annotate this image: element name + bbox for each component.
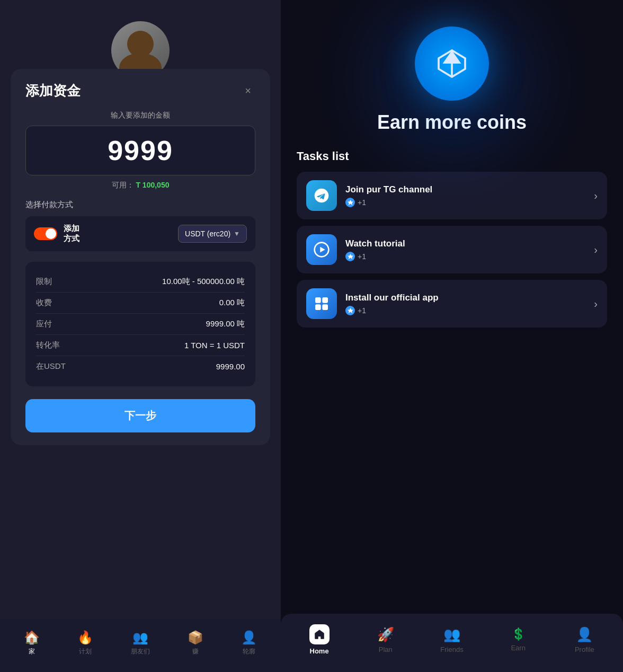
task-info-app: Install our official app +1 xyxy=(345,293,585,315)
task-reward-telegram: +1 xyxy=(345,198,585,207)
nav-label-earn-right: Earn xyxy=(511,644,525,652)
nav-item-earn[interactable]: 📦 赚 xyxy=(188,630,203,656)
earn-icon-right: 💲 xyxy=(511,627,526,641)
chevron-right-icon-app: › xyxy=(594,298,598,310)
info-row-fee: 收费 0.00 吨 xyxy=(36,293,245,314)
nav-label-earn: 赚 xyxy=(192,647,199,656)
svg-marker-8 xyxy=(348,308,353,313)
svg-rect-7 xyxy=(322,304,328,310)
close-button[interactable]: × xyxy=(241,84,255,99)
info-row-usdt: 在USDT 9999.00 xyxy=(36,356,245,377)
task-name-telegram: Join pur TG channel xyxy=(345,184,585,195)
available-label: 可用： xyxy=(112,181,134,189)
task-name-app: Install our official app xyxy=(345,293,585,303)
nav-label-plan-right: Plan xyxy=(379,646,393,653)
info-key-usdt: 在USDT xyxy=(36,361,66,372)
task-info-telegram: Join pur TG channel +1 xyxy=(345,184,585,207)
home-icon: 🏠 xyxy=(24,630,40,645)
info-val-rate: 1 TON = 1 USDT xyxy=(184,341,245,350)
info-key-fee: 收费 xyxy=(36,298,52,308)
reward-text-app: +1 xyxy=(358,306,366,315)
chevron-right-icon-telegram: › xyxy=(594,190,598,202)
app-task-icon xyxy=(306,288,337,319)
svg-marker-3 xyxy=(348,254,353,259)
profile-icon-right: 👤 xyxy=(576,626,593,643)
reward-icon-app xyxy=(345,306,355,315)
ton-logo xyxy=(415,26,489,101)
payment-method-label: 添加方式 xyxy=(64,224,172,244)
amount-input-field[interactable]: 9999 xyxy=(25,126,255,175)
right-panel: Earn more coins Tasks list Join pur TG c… xyxy=(281,0,623,672)
modal-title: 添加资金 xyxy=(25,82,81,100)
nav-label-home-right: Home xyxy=(310,647,329,655)
friends-icon-right: 👥 xyxy=(443,626,460,643)
currency-dropdown-value: USDT (erc20) xyxy=(185,229,230,238)
nav-item-profile-right[interactable]: 👤 Profile xyxy=(566,626,603,653)
earn-logo-area xyxy=(281,0,623,111)
amount-input-label: 输入要添加的金额 xyxy=(25,111,255,120)
info-key-limit: 限制 xyxy=(36,277,52,287)
nav-item-home-right[interactable]: Home xyxy=(301,624,338,655)
nav-label-home: 家 xyxy=(29,647,35,656)
task-reward-watch: +1 xyxy=(345,252,585,261)
info-val-limit: 10.00吨 - 500000.00 吨 xyxy=(162,277,245,287)
payment-toggle[interactable] xyxy=(34,227,57,240)
home-nav-icon xyxy=(309,624,330,644)
reward-text-telegram: +1 xyxy=(358,198,366,207)
available-text: 可用： T 100,050 xyxy=(25,181,255,190)
chevron-down-icon: ▼ xyxy=(234,230,240,237)
tasks-label: Tasks list xyxy=(297,149,607,163)
info-key-due: 应付 xyxy=(36,319,52,329)
nav-item-plan[interactable]: 🔥 计划 xyxy=(77,630,93,656)
svg-rect-5 xyxy=(322,297,328,303)
modal-header: 添加资金 × xyxy=(25,82,255,100)
fire-icon: 🔥 xyxy=(77,630,93,645)
payment-row: 添加方式 USDT (erc20) ▼ xyxy=(25,216,255,251)
available-amount: T 100,050 xyxy=(136,181,169,189)
info-box: 限制 10.00吨 - 500000.00 吨 收费 0.00 吨 应付 999… xyxy=(25,262,255,386)
svg-rect-6 xyxy=(315,304,321,310)
info-val-due: 9999.00 吨 xyxy=(206,319,245,329)
nav-label-plan: 计划 xyxy=(79,647,92,656)
nav-item-profile[interactable]: 👤 轮廓 xyxy=(241,630,257,656)
info-row-due: 应付 9999.00 吨 xyxy=(36,314,245,335)
info-val-usdt: 9999.00 xyxy=(216,362,245,371)
task-item-app[interactable]: Install our official app +1 › xyxy=(297,280,607,328)
amount-value: 9999 xyxy=(108,135,173,166)
reward-text-watch: +1 xyxy=(358,252,366,261)
add-funds-modal: 添加资金 × 输入要添加的金额 9999 可用： T 100,050 选择付款方… xyxy=(11,69,270,445)
nav-label-profile-right: Profile xyxy=(575,646,594,653)
nav-item-friends[interactable]: 👥 朋友们 xyxy=(131,630,150,656)
nav-label-friends-right: Friends xyxy=(440,646,463,653)
task-name-watch: Watch tutorial xyxy=(345,238,585,249)
nav-item-earn-right[interactable]: 💲 Earn xyxy=(500,627,537,652)
svg-marker-2 xyxy=(320,247,325,253)
payment-section-label: 选择付款方式 xyxy=(25,200,255,210)
telegram-task-icon xyxy=(306,180,337,211)
nav-label-friends: 朋友们 xyxy=(131,647,150,656)
task-reward-app: +1 xyxy=(345,306,585,315)
svg-rect-4 xyxy=(315,297,321,303)
reward-icon-watch xyxy=(345,252,355,261)
svg-marker-0 xyxy=(348,200,353,205)
task-item-telegram[interactable]: Join pur TG channel +1 › xyxy=(297,172,607,219)
reward-icon-telegram xyxy=(345,198,355,207)
earn-icon: 📦 xyxy=(188,630,203,645)
left-panel: 添加资金 × 输入要添加的金额 9999 可用： T 100,050 选择付款方… xyxy=(0,0,281,672)
info-row-limit: 限制 10.00吨 - 500000.00 吨 xyxy=(36,271,245,293)
task-info-watch: Watch tutorial +1 xyxy=(345,238,585,261)
currency-dropdown[interactable]: USDT (erc20) ▼ xyxy=(178,225,247,243)
watch-task-icon xyxy=(306,234,337,265)
info-row-rate: 转化率 1 TON = 1 USDT xyxy=(36,335,245,356)
task-item-watch[interactable]: Watch tutorial +1 › xyxy=(297,226,607,273)
nav-label-profile: 轮廓 xyxy=(243,647,255,656)
friends-icon: 👥 xyxy=(132,630,148,645)
nav-item-friends-right[interactable]: 👥 Friends xyxy=(433,626,470,653)
bottom-nav-left: 🏠 家 🔥 计划 👥 朋友们 📦 赚 👤 轮廓 xyxy=(0,619,281,672)
nav-item-home[interactable]: 🏠 家 xyxy=(24,630,40,656)
next-button[interactable]: 下一步 xyxy=(25,399,255,432)
rocket-icon: 🚀 xyxy=(377,626,394,643)
chevron-right-icon-watch: › xyxy=(594,244,598,256)
nav-item-plan-right[interactable]: 🚀 Plan xyxy=(367,626,404,653)
info-key-rate: 转化率 xyxy=(36,340,60,350)
